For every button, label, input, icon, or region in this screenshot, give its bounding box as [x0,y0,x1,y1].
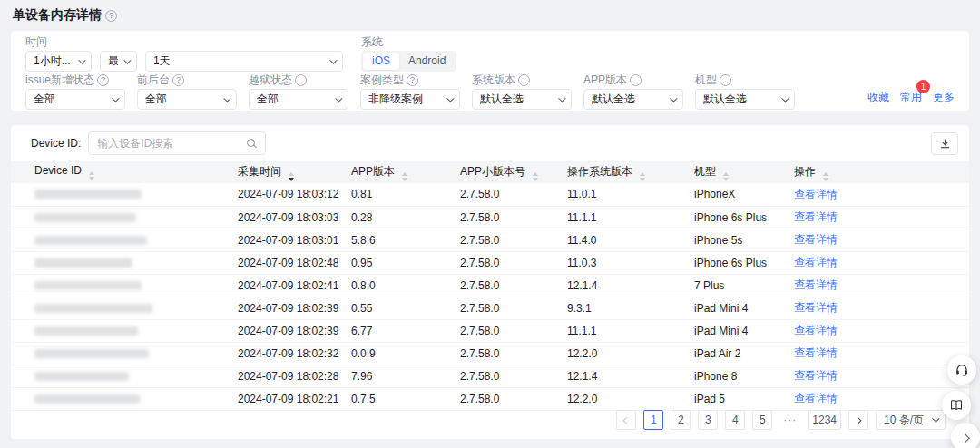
cell-collect-time: 2024-07-09 18:03:03 [238,206,351,229]
column-header[interactable]: APP版本 [351,161,460,183]
cell-os-version: 12.1.4 [567,274,694,297]
sort-icon [640,172,645,181]
docs-book-button[interactable] [942,391,971,420]
system-option-android[interactable]: Android [399,53,455,70]
view-details-link[interactable]: 查看详情 [794,301,838,314]
view-details-link[interactable]: 查看详情 [794,324,838,336]
device-id-label: Device ID: [31,137,81,150]
view-details-link[interactable]: 查看详情 [794,188,838,200]
more-link[interactable]: 更多 [933,90,955,105]
page-button-5[interactable]: 5 [752,410,772,430]
help-icon[interactable] [720,74,731,86]
cell-app-minor-version: 2.7.58.0 [460,297,567,319]
device-id-search-input[interactable] [97,137,246,150]
cell-app-minor-version: 2.7.58.0 [460,183,567,206]
time-range-value-select[interactable]: 1天 [145,51,343,72]
cell-app-version: 0.0.9 [351,342,460,365]
expand-chevron-button[interactable] [951,423,980,448]
page-button-4[interactable]: 4 [725,410,745,430]
common-link[interactable]: 常用 1 [900,90,922,105]
view-details-link[interactable]: 查看详情 [794,233,838,246]
view-details-link[interactable]: 查看详情 [794,392,838,404]
device-id-redacted [34,236,147,245]
page-button-1234[interactable]: 1234 [808,410,841,430]
cell-app-minor-version: 2.7.58.0 [460,251,567,274]
device-id-redacted [34,349,149,358]
sort-icon [723,172,729,181]
filter-select[interactable]: 全部 [25,89,125,110]
sort-asc-caret [89,171,94,175]
table-row: 2024-07-09 18:03:12 0.81 2.7.58.0 11.0.1… [11,183,969,206]
filter-group: 系统版本 默认全选 [472,74,572,110]
sort-desc-caret [289,178,294,181]
cell-os-version: 11.4.0 [567,229,694,251]
view-details-link[interactable]: 查看详情 [794,346,838,359]
filter-group: 越狱状态 全部 [249,74,348,110]
sort-icon [823,172,828,181]
time-range-mode-select[interactable]: 最近 [100,51,137,72]
filter-select[interactable]: 全部 [137,89,237,110]
cell-model: iPad Mini 4 [694,319,794,342]
view-details-link[interactable]: 查看详情 [794,256,838,268]
filter-group: APP版本 默认全选 [583,74,683,110]
view-details-link[interactable]: 查看详情 [794,210,838,223]
table-row: 2024-07-09 18:02:39 6.77 2.7.58.0 11.1.1… [11,319,969,342]
column-header[interactable]: 采集时间 [238,161,351,183]
prev-page-button[interactable] [616,410,636,430]
help-icon[interactable] [630,74,642,86]
filter-panel: 时间 1小时... 最近 1天 系统 iOSAndroid [11,31,969,111]
page-button-1[interactable]: 1 [643,410,663,430]
filter-label: 机型 [695,74,717,86]
time-granularity-select[interactable]: 1小时... [25,51,92,72]
cell-os-version: 11.0.3 [567,251,694,274]
filter-select[interactable]: 全部 [249,89,348,110]
cell-device-id [11,342,238,365]
page-button-2[interactable]: 2 [671,410,691,430]
download-button[interactable] [931,132,958,155]
system-filter-label: 系统 [361,36,456,48]
cell-device-id [11,297,238,319]
filter-group: 机型 默认全选 [695,74,795,110]
cell-os-version: 12.2.0 [567,387,694,410]
help-icon[interactable]: ? [407,74,418,86]
table-row: 2024-07-09 18:03:03 0.28 2.7.58.0 11.1.1… [11,206,969,229]
device-id-redacted [34,281,142,290]
sort-desc-caret [640,178,645,181]
support-headset-button[interactable] [947,355,976,385]
next-page-button[interactable] [848,410,868,430]
help-icon[interactable]: ? [105,10,117,22]
table-panel: Device ID: Device ID 采集时间 [11,125,969,439]
favorite-link[interactable]: 收藏 [867,90,889,105]
table-row: 2024-07-09 18:02:48 0.95 2.7.58.0 11.0.3… [11,251,969,274]
filter-select[interactable]: 默认全选 [472,89,572,110]
page-button-3[interactable]: 3 [698,410,718,430]
filter-select[interactable]: 默认全选 [583,89,683,110]
chevron-down-icon [558,94,565,102]
cell-collect-time: 2024-07-09 18:02:48 [238,251,351,274]
sort-icon [289,172,294,181]
device-id-search-box[interactable] [88,131,266,155]
cell-device-id [11,274,238,297]
filter-label: 前后台 [137,74,170,86]
chevron-down-icon [335,94,342,102]
page-size-select[interactable]: 10 条/页 [876,410,946,430]
search-icon[interactable] [246,138,257,149]
page-title-text: 单设备内存详情 [13,7,102,24]
view-details-link[interactable]: 查看详情 [794,278,838,291]
view-details-link[interactable]: 查看详情 [794,369,838,382]
column-header[interactable]: APP小版本号 [460,161,567,183]
help-icon[interactable] [295,74,307,86]
filter-select[interactable]: 默认全选 [695,89,795,110]
filter-select[interactable]: 非降级案例 [360,89,460,110]
help-icon[interactable]: ? [172,74,184,86]
pagination-ellipsis[interactable]: ··· [779,410,800,430]
column-header[interactable]: 机型 [694,161,794,183]
system-option-ios[interactable]: iOS [363,53,399,70]
help-icon[interactable] [518,74,530,86]
column-header[interactable]: 操作系统版本 [567,161,694,183]
filter-group: issue新增状态 ? 全部 [25,74,125,110]
sort-icon [89,171,94,180]
filter-groups: issue新增状态 ? 全部 前后台 ? 全部 越狱状态 全部 案例类型 [25,74,795,110]
help-icon[interactable]: ? [97,74,109,86]
cell-model: iPhoneX [694,183,794,206]
